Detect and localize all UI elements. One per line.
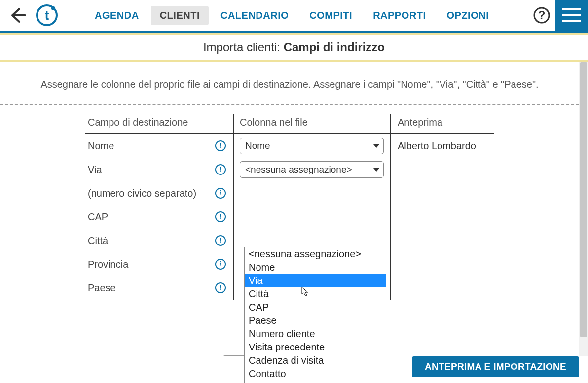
dest-provincia: Provincia i bbox=[85, 252, 233, 276]
content-area: Assegnare le colonne del proprio file ai… bbox=[0, 62, 588, 383]
svg-text:?: ? bbox=[538, 8, 546, 22]
dropdown-option[interactable]: CAP bbox=[245, 301, 386, 314]
dropdown-option[interactable]: Città bbox=[245, 287, 386, 301]
col-cap bbox=[233, 205, 391, 229]
preview-provincia bbox=[391, 252, 494, 276]
app-logo: t bbox=[36, 4, 58, 27]
dest-label-nome: Nome bbox=[88, 140, 114, 152]
page-title-bold: Campi di indirizzo bbox=[284, 40, 385, 54]
info-icon[interactable]: i bbox=[215, 282, 226, 293]
nav-agenda[interactable]: AGENDA bbox=[86, 6, 148, 25]
preview-civico bbox=[391, 181, 494, 205]
dropdown-option[interactable]: Telefono bbox=[245, 381, 386, 383]
select-via-value: <nessuna assegnazione> bbox=[245, 164, 352, 175]
dropdown-option[interactable]: Paese bbox=[245, 314, 386, 327]
info-icon[interactable]: i bbox=[215, 140, 226, 151]
preview-nome-value: Alberto Lombardo bbox=[398, 140, 476, 152]
hamburger-menu-button[interactable] bbox=[555, 0, 588, 32]
dest-cap: CAP i bbox=[85, 205, 233, 229]
page-title-prefix: Importa clienti: bbox=[203, 40, 284, 54]
back-button[interactable] bbox=[8, 5, 28, 25]
dest-civico: (numero civico separato) i bbox=[85, 181, 233, 205]
info-icon[interactable]: i bbox=[215, 164, 226, 175]
chevron-down-icon bbox=[373, 168, 379, 172]
preview-via bbox=[391, 158, 494, 181]
dest-label-paese: Paese bbox=[88, 282, 116, 294]
instructions-text: Assegnare le colonne del proprio file ai… bbox=[26, 79, 553, 90]
dest-nome: Nome i bbox=[85, 134, 233, 158]
dest-label-cap: CAP bbox=[88, 211, 108, 223]
dropdown-option[interactable]: Contatto bbox=[245, 367, 386, 381]
preview-cap bbox=[391, 205, 494, 229]
svg-rect-6 bbox=[562, 14, 581, 16]
dropdown-option[interactable]: Numero cliente bbox=[245, 327, 386, 341]
dest-label-via: Via bbox=[88, 164, 102, 175]
info-icon[interactable]: i bbox=[215, 211, 226, 222]
nav-opzioni[interactable]: OPZIONI bbox=[438, 6, 498, 25]
select-nome-value: Nome bbox=[245, 140, 270, 151]
nav-bar: AGENDA CLIENTI CALENDARIO COMPITI RAPPOR… bbox=[86, 6, 532, 25]
info-icon[interactable]: i bbox=[215, 235, 226, 246]
dest-citta: Città i bbox=[85, 229, 233, 252]
col-via: <nessuna assegnazione> bbox=[233, 158, 391, 181]
dest-via: Via i bbox=[85, 158, 233, 181]
nav-compiti[interactable]: COMPITI bbox=[300, 6, 361, 25]
svg-rect-5 bbox=[562, 8, 581, 10]
select-via[interactable]: <nessuna assegnazione> bbox=[240, 161, 384, 178]
preview-citta bbox=[391, 229, 494, 252]
dropdown-option[interactable]: Via bbox=[245, 274, 386, 287]
nav-calendario[interactable]: CALENDARIO bbox=[212, 6, 297, 25]
dest-label-civico: (numero civico separato) bbox=[88, 188, 196, 199]
dest-paese: Paese i bbox=[85, 276, 233, 300]
preview-nome: Alberto Lombardo bbox=[391, 134, 494, 158]
select-via-dropdown[interactable]: <nessuna assegnazione>NomeViaCittàCAPPae… bbox=[244, 247, 386, 383]
dropdown-option[interactable]: Visita precedente bbox=[245, 341, 386, 354]
nav-rapporti[interactable]: RAPPORTI bbox=[364, 6, 435, 25]
help-button[interactable]: ? bbox=[532, 5, 551, 25]
dropdown-option[interactable]: Nome bbox=[245, 261, 386, 274]
vertical-scrollbar[interactable] bbox=[579, 62, 588, 375]
nav-clienti[interactable]: CLIENTI bbox=[151, 6, 209, 25]
col-civico bbox=[233, 181, 391, 205]
col-nome: Nome bbox=[233, 134, 391, 158]
dropdown-option[interactable]: <nessuna assegnazione> bbox=[245, 247, 386, 261]
svg-rect-7 bbox=[562, 20, 581, 22]
header-col: Colonna nel file bbox=[233, 114, 391, 134]
header-dest: Campo di destinazione bbox=[85, 114, 233, 134]
svg-text:t: t bbox=[45, 8, 49, 23]
svg-point-1 bbox=[51, 6, 55, 10]
info-icon[interactable]: i bbox=[215, 259, 226, 270]
dest-label-provincia: Provincia bbox=[88, 259, 128, 270]
dropdown-option[interactable]: Cadenza di visita bbox=[245, 354, 386, 367]
preview-import-button[interactable]: ANTEPRIMA E IMPORTAZIONE bbox=[412, 356, 579, 377]
preview-paese bbox=[391, 276, 494, 300]
dest-label-citta: Città bbox=[88, 235, 108, 246]
header-preview: Anteprima bbox=[391, 114, 494, 134]
page-title-bar: Importa clienti: Campi di indirizzo bbox=[0, 33, 588, 62]
info-icon[interactable]: i bbox=[215, 188, 226, 199]
select-nome[interactable]: Nome bbox=[240, 138, 384, 154]
divider bbox=[0, 104, 579, 105]
chevron-down-icon bbox=[373, 144, 379, 148]
vertical-scroll-thumb[interactable] bbox=[580, 62, 587, 337]
topbar: t AGENDA CLIENTI CALENDARIO COMPITI RAPP… bbox=[0, 0, 588, 33]
